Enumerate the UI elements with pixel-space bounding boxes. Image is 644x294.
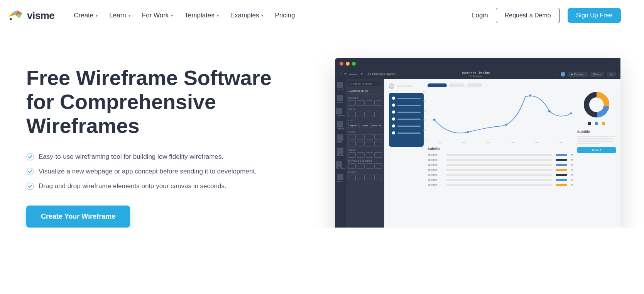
svg-point-2 [27, 153, 34, 160]
svg-point-0 [10, 18, 12, 20]
nav-pricing[interactable]: Pricing [275, 12, 295, 19]
nav-examples[interactable]: Examples▾ [230, 12, 264, 19]
navy-card [389, 93, 424, 147]
share-button: Share [590, 72, 604, 77]
chevron-down-icon: ▾ [171, 14, 173, 18]
feature-item: Easy-to-use wireframing tool for buildin… [26, 153, 296, 161]
svg-point-9 [548, 110, 551, 112]
panel-search: ⌕ Search Widgets [348, 81, 382, 86]
window-controls [335, 58, 620, 70]
sidebar-item: Layout [337, 82, 344, 90]
svg-point-1 [11, 18, 12, 19]
canvas-left-column [389, 83, 424, 228]
wireframes-panel: ⌕ Search Widgets ‹ WIREFRAMES DEVICES ME… [346, 79, 384, 228]
header-right: Login Request a Demo Sign Up Free [472, 8, 621, 23]
svg-point-10 [570, 112, 572, 114]
nav-forwork[interactable]: For Work▾ [142, 12, 173, 19]
nav-templates[interactable]: Templates▾ [184, 12, 218, 19]
feature-list: Easy-to-use wireframing tool for buildin… [26, 153, 296, 190]
svg-point-5 [433, 119, 435, 121]
sidebar-item: Media [337, 148, 343, 156]
tabs [428, 83, 573, 87]
login-link[interactable]: Login [472, 12, 488, 19]
chevron-down-icon: ▾ [261, 14, 263, 18]
signup-button[interactable]: Sign Up Free [568, 8, 621, 23]
app-preview-window: ☰ visme ↶ All changes saved Business Tim… [335, 58, 620, 228]
data-table: Text title% Text title% Text title% Text… [428, 152, 573, 187]
avatar-placeholder [389, 83, 394, 89]
app-sidebar: Layout Basics Graphics Photos Data Media… [335, 79, 346, 228]
nav-create[interactable]: Create▾ [74, 12, 98, 19]
donut-chart [583, 91, 610, 118]
main-header: visme Create▾ Learn▾ For Work▾ Templates… [0, 0, 644, 31]
present-button: ▶ Present [568, 72, 588, 77]
panel-title: ‹ WIREFRAMES [348, 88, 382, 95]
create-wireframe-button[interactable]: Create Your Wireframe [26, 206, 130, 228]
feature-item: Visualize a new webpage or app concept b… [26, 168, 296, 175]
chart-legend [577, 122, 616, 125]
minimize-icon [346, 62, 350, 66]
svg-point-4 [27, 183, 34, 190]
feature-item: Drag and drop wireframe elements onto yo… [26, 182, 296, 190]
app-topbar: ☰ visme ↶ All changes saved Business Tim… [335, 70, 620, 79]
svg-point-6 [467, 131, 469, 133]
sidebar-item: My Files [336, 161, 345, 169]
search-icon: ⌕ [556, 72, 558, 76]
sidebar-item: Data [337, 134, 343, 143]
chevron-down-icon: ▾ [96, 14, 98, 18]
chevron-down-icon: ▾ [217, 14, 219, 18]
check-icon [26, 182, 34, 190]
canvas-right-column: Subtitle Action 1 [577, 83, 616, 228]
right-subtitle: Subtitle [577, 130, 616, 134]
chevron-down-icon: ▾ [128, 14, 130, 18]
hero-left: Free Wireframe Software for Comprehensiv… [26, 66, 296, 228]
app-body: Layout Basics Graphics Photos Data Media… [335, 79, 620, 228]
avatar [561, 72, 565, 76]
maximize-icon [352, 62, 356, 66]
close-icon [340, 62, 343, 66]
check-icon [26, 153, 34, 161]
canvas-center-column: 605040302010 [428, 83, 573, 228]
subtitle: Subtitle [428, 147, 573, 151]
nav-learn[interactable]: Learn▾ [109, 12, 130, 19]
logo-text: visme [27, 10, 54, 22]
sidebar-item: Graphics [336, 108, 345, 117]
app-canvas: 605040302010 [384, 79, 620, 228]
svg-point-3 [27, 168, 34, 175]
sidebar-item: Basics [337, 95, 344, 104]
sidebar-item: Apps [337, 174, 343, 182]
line-chart: 605040302010 [428, 90, 573, 141]
hero-right: ☰ visme ↶ All changes saved Business Tim… [312, 66, 644, 228]
download-button: ☁ [607, 72, 616, 77]
action-button: Action 1 [577, 147, 616, 153]
sidebar-item: Photos [337, 121, 344, 130]
app-logo: ☰ visme ↶ All changes saved [340, 72, 396, 76]
svg-point-7 [505, 124, 507, 126]
header-left: visme Create▾ Learn▾ For Work▾ Templates… [8, 10, 295, 22]
hero-section: Free Wireframe Software for Comprehensiv… [0, 31, 644, 228]
main-nav: Create▾ Learn▾ For Work▾ Templates▾ Exam… [74, 12, 295, 19]
svg-point-8 [529, 94, 531, 96]
logo-icon [8, 10, 24, 21]
app-topbar-actions: ⌕ ▶ Present Share ☁ [556, 72, 616, 77]
check-icon [26, 168, 34, 175]
request-demo-button[interactable]: Request a Demo [496, 8, 560, 23]
hero-title: Free Wireframe Software for Comprehensiv… [26, 66, 296, 138]
logo[interactable]: visme [8, 10, 54, 22]
document-title: Business Timeline By Template [396, 71, 556, 77]
